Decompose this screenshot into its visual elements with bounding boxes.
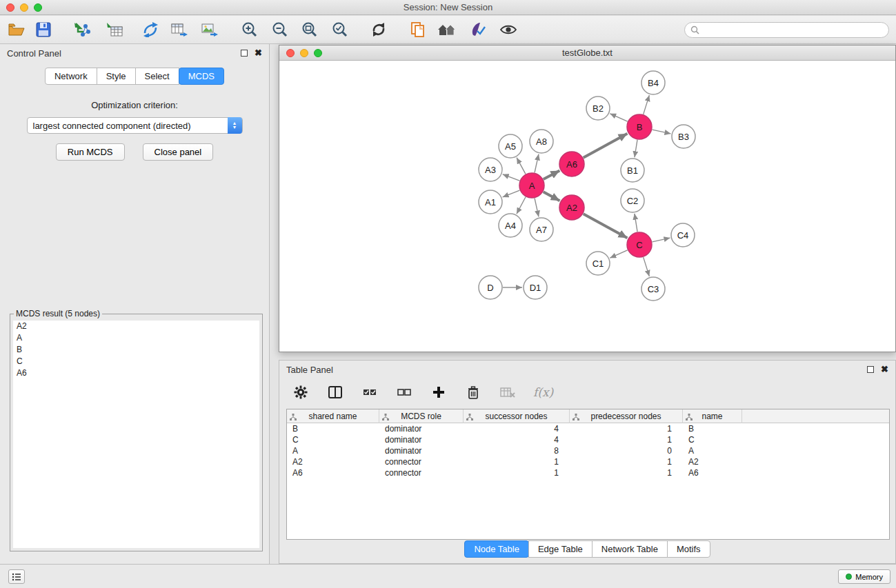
zoom-selected-button[interactable] — [328, 18, 352, 41]
criterion-dropdown[interactable]: largest connected component (directed) ▲… — [27, 117, 243, 134]
node-C2[interactable]: C2 — [621, 189, 644, 212]
network-canvas[interactable]: B4B2BB3A5A8A6B1A3AC2A1A2A4A7C4CC1C3DD1 — [279, 61, 895, 352]
column-header-predecessor-nodes[interactable]: predecessor nodes — [570, 409, 683, 423]
edge-B-B3[interactable] — [653, 130, 671, 134]
tab-motifs[interactable]: Motifs — [667, 540, 710, 558]
edge-C-C2[interactable] — [635, 214, 637, 232]
function-builder-button[interactable]: f(x) — [533, 383, 553, 401]
node-C1[interactable]: C1 — [586, 252, 610, 275]
run-mcds-button[interactable]: Run MCDS — [56, 143, 125, 161]
zoom-window-icon[interactable] — [34, 3, 42, 12]
node-B1[interactable]: B1 — [621, 159, 644, 182]
node-A8[interactable]: A8 — [530, 130, 553, 153]
show-columns-button[interactable] — [326, 383, 344, 401]
task-history-button[interactable] — [8, 569, 25, 584]
export-network-button[interactable] — [138, 18, 163, 41]
node-C4[interactable]: C4 — [671, 223, 695, 247]
column-header-name[interactable]: name — [683, 409, 742, 423]
deselect-all-button[interactable] — [395, 383, 413, 401]
style-check-button[interactable] — [465, 18, 490, 41]
copy-document-button[interactable] — [406, 18, 430, 41]
node-B3[interactable]: B3 — [672, 125, 695, 148]
node-B4[interactable]: B4 — [641, 71, 665, 94]
network-window-titlebar[interactable]: testGlobe.txt — [279, 45, 895, 61]
memory-button[interactable]: Memory — [838, 569, 890, 584]
node-A2[interactable]: A2 — [559, 195, 584, 220]
export-table-button[interactable] — [167, 18, 192, 41]
eye-button[interactable] — [496, 18, 521, 41]
node-D1[interactable]: D1 — [524, 276, 547, 299]
node-B2[interactable]: B2 — [586, 97, 610, 120]
edge-A-A1[interactable] — [503, 190, 520, 197]
column-header-shared-name[interactable]: shared name — [287, 409, 379, 423]
mcds-result-item[interactable]: A — [13, 332, 259, 344]
apply-layout-button[interactable] — [366, 18, 391, 41]
node-A5[interactable]: A5 — [499, 134, 522, 158]
edge-A-A8[interactable] — [535, 154, 539, 173]
zoom-in-button[interactable] — [237, 18, 262, 41]
table-row[interactable]: Adominator80A — [287, 445, 889, 456]
column-header-MCDS-role[interactable]: MCDS role — [379, 409, 464, 423]
edge-A2-C[interactable] — [584, 214, 628, 238]
network-zoom-icon[interactable] — [314, 49, 322, 57]
zoom-fit-button[interactable] — [297, 18, 322, 41]
close-panel-icon[interactable]: ✖ — [255, 50, 262, 57]
node-B[interactable]: B — [627, 114, 652, 139]
network-minimize-icon[interactable] — [300, 49, 308, 57]
delete-table-button[interactable] — [499, 383, 517, 401]
edge-C-C4[interactable] — [653, 238, 670, 242]
delete-column-button[interactable] — [464, 383, 482, 401]
open-session-button[interactable] — [4, 18, 29, 41]
close-window-icon[interactable] — [6, 3, 14, 12]
edge-A-A3[interactable] — [503, 174, 520, 181]
edge-B-B1[interactable] — [635, 140, 637, 157]
node-C[interactable]: C — [627, 232, 652, 257]
table-row[interactable]: Cdominator41C — [287, 434, 889, 445]
export-image-button[interactable] — [197, 18, 222, 41]
select-all-button[interactable] — [361, 383, 379, 401]
tab-edge-table[interactable]: Edge Table — [528, 540, 593, 558]
add-column-button[interactable] — [430, 383, 448, 401]
node-A7[interactable]: A7 — [530, 218, 553, 241]
mcds-result-item[interactable]: B — [13, 344, 259, 356]
zoom-out-button[interactable] — [268, 18, 292, 41]
table-float-panel-icon[interactable] — [867, 366, 874, 373]
edge-C-C1[interactable] — [610, 250, 627, 258]
edge-A-A7[interactable] — [535, 199, 539, 217]
edge-A-A5[interactable] — [517, 158, 526, 174]
mcds-result-item[interactable]: C — [13, 356, 259, 367]
tab-node-table[interactable]: Node Table — [464, 540, 529, 558]
edge-B-B2[interactable] — [610, 114, 627, 121]
node-table[interactable]: shared nameMCDS rolesuccessor nodesprede… — [286, 409, 890, 540]
node-A1[interactable]: A1 — [479, 190, 502, 214]
network-close-icon[interactable] — [286, 49, 295, 57]
search-input[interactable] — [702, 26, 888, 35]
save-session-button[interactable] — [31, 18, 56, 41]
table-row[interactable]: Bdominator41B — [287, 423, 889, 434]
import-table-button[interactable] — [102, 18, 127, 41]
float-panel-icon[interactable] — [241, 50, 248, 57]
tab-mcds[interactable]: MCDS — [179, 68, 224, 85]
minimize-window-icon[interactable] — [20, 3, 28, 12]
table-settings-button[interactable] — [292, 383, 310, 401]
network-graph[interactable]: B4B2BB3A5A8A6B1A3AC2A1A2A4A7C4CC1C3DD1 — [279, 61, 895, 352]
edge-B-B4[interactable] — [644, 95, 650, 114]
edge-A-A6[interactable] — [544, 170, 560, 179]
table-close-panel-icon[interactable]: ✖ — [881, 366, 888, 373]
mcds-result-item[interactable]: A6 — [13, 367, 259, 379]
node-A3[interactable]: A3 — [479, 158, 502, 181]
table-row[interactable]: A2connector11A2 — [287, 456, 889, 467]
edge-C-C3[interactable] — [644, 257, 650, 276]
mcds-result-item[interactable]: A2 — [13, 321, 259, 332]
node-A[interactable]: A — [519, 173, 544, 198]
mcds-result-list[interactable]: A2ABCA6 — [13, 321, 259, 548]
search-box[interactable] — [684, 22, 889, 38]
tab-network[interactable]: Network — [45, 68, 97, 85]
close-panel-button[interactable]: Close panel — [143, 143, 214, 161]
edge-A6-B[interactable] — [584, 134, 628, 158]
node-A6[interactable]: A6 — [559, 152, 584, 176]
tab-network-table[interactable]: Network Table — [592, 540, 668, 558]
edge-A-A4[interactable] — [517, 197, 526, 214]
edge-A-A2[interactable] — [544, 192, 560, 201]
node-A4[interactable]: A4 — [499, 214, 522, 237]
